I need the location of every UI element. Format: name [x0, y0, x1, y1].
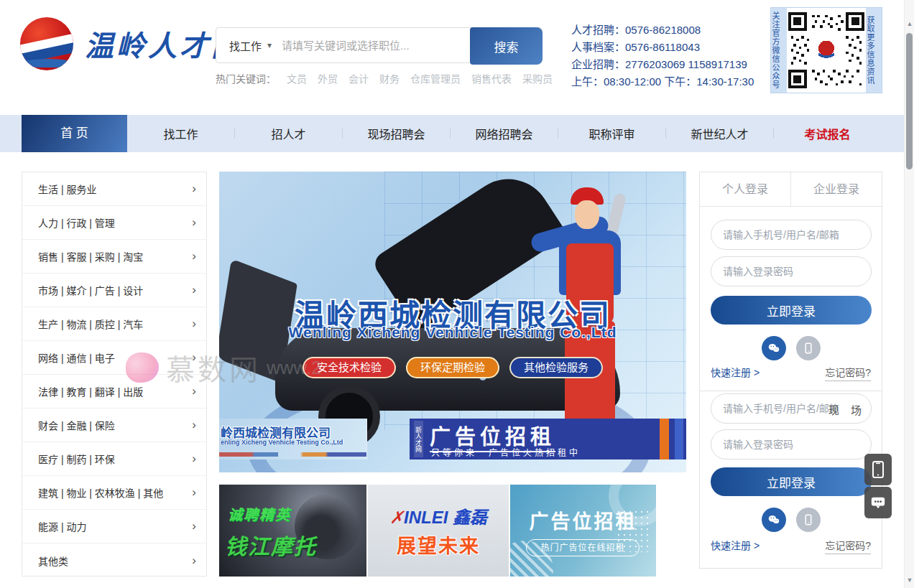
job-category-sidebar: 生活 | 服务业› 人力 | 行政 | 管理› 销售 | 客服 | 采购 | 淘… — [22, 172, 207, 577]
search-category-dropdown[interactable]: 找工作 ▾ — [216, 38, 282, 53]
chevron-right-icon: › — [192, 182, 196, 196]
wechat-qr-code — [787, 8, 866, 93]
sidebar-item-production[interactable]: 生产 | 物流 | 质控 | 汽车› — [22, 307, 206, 341]
carousel-thumb-company[interactable]: 岭西城检测有限公司 enling Xicheng Venhicle Testin… — [219, 419, 367, 459]
nav-item-online-fair[interactable]: 网络招聘会 — [451, 125, 558, 142]
sidebar-item-sales[interactable]: 销售 | 客服 | 采购 | 淘宝› — [22, 240, 206, 274]
mobile-login-icon[interactable] — [796, 336, 821, 360]
sidebar-item-construction[interactable]: 建筑 | 物业 | 农林牧渔 | 其他› — [22, 476, 206, 510]
login-button[interactable]: 立即登录 — [711, 467, 872, 496]
hot-keyword[interactable]: 会计 — [348, 71, 369, 85]
banner-xinlei[interactable]: ✗INLEI 鑫磊 展望未来 — [368, 485, 509, 577]
hot-keyword[interactable]: 销售代表 — [471, 71, 512, 85]
login-panel-primary: 个人登录 企业登录 立即登录 快速注册 > 忘记密码? — [699, 172, 882, 391]
sidebar-item-finance[interactable]: 财会 | 金融 | 保险› — [22, 409, 206, 442]
ad-vertical-tag: 新人才网 — [414, 421, 423, 457]
hot-keywords-label: 热门关键词： — [216, 71, 276, 85]
nav-item-home[interactable]: 首 页 — [22, 115, 127, 152]
chevron-right-icon: › — [192, 215, 196, 230]
mobile-app-button[interactable] — [864, 454, 892, 485]
wechat-login-icon[interactable] — [762, 336, 786, 360]
floating-toolbar — [864, 454, 892, 518]
sidebar-item-other[interactable]: 其他类› — [22, 543, 206, 577]
hot-keyword[interactable]: 仓库管理员 — [410, 71, 461, 85]
sidebar-item-network[interactable]: 网络 | 通信 | 电子› — [22, 341, 206, 375]
sidebar-item-life-service[interactable]: 生活 | 服务业› — [22, 172, 206, 206]
login-tabs: 个人登录 企业登录 — [700, 172, 882, 207]
hot-keywords-row: 热门关键词： 文员 外贸 会计 财务 仓库管理员 销售代表 采购员 — [216, 71, 553, 85]
wechat-login-icon[interactable] — [762, 508, 786, 532]
login-links: 快速注册 > 忘记密码? — [711, 365, 871, 381]
ad-subtitle: 只等你来 广告位火热招租中 — [431, 446, 581, 458]
main-carousel-banner[interactable]: 温岭西城检测有限公司 Wenling Xicheng Venhicle Test… — [219, 172, 686, 472]
nav-item-title-review[interactable]: 职称评审 — [558, 125, 665, 142]
chevron-right-icon: › — [192, 283, 196, 297]
banner-qianjiang-motor[interactable]: 诚聘精英 钱江摩托 — [219, 485, 366, 577]
hot-keyword[interactable]: 财务 — [379, 71, 400, 85]
site-logo[interactable]: 温岭人才网 — [20, 17, 243, 70]
chevron-right-icon: › — [192, 519, 196, 533]
forgot-password-link[interactable]: 忘记密码? — [825, 365, 871, 381]
scroll-down-arrow[interactable]: ▼ — [905, 577, 914, 584]
forgot-password-link[interactable]: 忘记密码? — [825, 538, 871, 554]
nav-item-recruit[interactable]: 招人才 — [235, 125, 342, 142]
chevron-right-icon: › — [192, 350, 196, 365]
username-input[interactable] — [711, 220, 872, 250]
page-scrollbar[interactable]: ▲ ▼ — [904, 0, 914, 588]
banner-company-subtitle: Wenling Xicheng Venhicle Testing Co.,Ltd — [219, 324, 686, 341]
scroll-up-arrow[interactable]: ▲ — [905, 20, 914, 27]
login-panel-secondary: 现 场 立即登录 快速注册 > 忘记密码? — [699, 391, 882, 569]
chevron-right-icon: › — [192, 554, 196, 568]
scrollbar-thumb[interactable] — [906, 33, 913, 169]
chevron-right-icon: › — [192, 249, 196, 263]
sidebar-item-medical[interactable]: 医疗 | 制药 | 环保› — [22, 442, 206, 476]
contact-line: 企业招聘：2776203069 1158917139 — [571, 56, 754, 73]
qr-right-label: 获取更多信息资讯 — [866, 8, 882, 93]
sidebar-item-marketing[interactable]: 市场 | 媒介 | 广告 | 设计› — [22, 274, 206, 307]
quick-register-link[interactable]: 快速注册 > — [711, 365, 760, 381]
password-input[interactable] — [711, 429, 872, 459]
hot-keyword[interactable]: 采购员 — [522, 71, 553, 85]
search-category-label: 找工作 — [229, 38, 262, 53]
contact-line: 上午：08:30-12:00 下午：14:30-17:30 — [571, 73, 754, 90]
xinlei-logo: ✗INLEI 鑫磊 — [368, 503, 509, 528]
sidebar-item-hr-admin[interactable]: 人力 | 行政 | 管理› — [22, 206, 206, 240]
hot-keyword[interactable]: 文员 — [287, 71, 307, 85]
nav-item-new-century[interactable]: 新世纪人才 — [666, 125, 773, 142]
message-feedback-button[interactable] — [864, 487, 892, 518]
main-nav: 首 页 找工作 招人才 现场招聘会 网络招聘会 职称评审 新世纪人才 考试报名 — [0, 115, 914, 152]
login-button[interactable]: 立即登录 — [711, 296, 872, 325]
nav-item-find-job[interactable]: 找工作 — [127, 125, 234, 142]
contact-line: 人才招聘：0576-86218008 — [571, 22, 754, 39]
chevron-right-icon: › — [192, 317, 196, 331]
mobile-login-icon[interactable] — [796, 508, 821, 532]
sidebar-item-law-edu[interactable]: 法律 | 教育 | 翻译 | 出版› — [22, 375, 206, 409]
carousel-thumb-ad[interactable]: 新人才网 广告位招租 只等你来 广告位火热招租中 — [410, 419, 686, 459]
badge-environmental-inspection: 环保定期检验 — [406, 357, 499, 378]
chevron-right-icon: › — [192, 384, 196, 398]
sidebar-item-energy[interactable]: 能源 | 动力› — [22, 510, 206, 543]
nav-item-onsite-fair[interactable]: 现场招聘会 — [343, 125, 450, 142]
password-input[interactable] — [711, 256, 872, 286]
wechat-qr-block: 关注官方微信公众号 — [770, 7, 882, 93]
chevron-right-icon: › — [192, 485, 196, 500]
banner-ad-space[interactable]: 广告位招租 热门广告位在线招租 — [510, 485, 656, 577]
badge-other-services: 其他检验服务 — [509, 357, 603, 378]
quick-register-link[interactable]: 快速注册 > — [711, 538, 760, 554]
header: 温岭人才网 找工作 ▾ 搜索 热门关键词： 文员 外贸 会计 财务 仓库管理员 … — [0, 0, 914, 111]
tab-personal-login[interactable]: 个人登录 — [700, 172, 790, 206]
sns-login-row — [700, 508, 882, 532]
chevron-down-icon: ▾ — [267, 40, 272, 50]
contact-info: 人才招聘：0576-86218008 人事档案：0576-86118043 企业… — [571, 22, 754, 90]
hot-keyword[interactable]: 外贸 — [318, 71, 338, 85]
nav-item-exam-signup[interactable]: 考试报名 — [774, 125, 881, 142]
badge-safety-inspection: 安全技术检验 — [303, 357, 396, 378]
page: 温岭人才网 找工作 ▾ 搜索 热门关键词： 文员 外贸 会计 财务 仓库管理员 … — [0, 0, 914, 588]
background-bleed-text: 现 场 — [828, 402, 866, 417]
tab-company-login[interactable]: 企业登录 — [790, 172, 882, 206]
chevron-right-icon: › — [192, 418, 196, 432]
sns-login-row — [700, 336, 882, 360]
banner-badges: 安全技术检验 环保定期检验 其他检验服务 — [219, 357, 686, 378]
qr-left-label: 关注官方微信公众号 — [771, 8, 787, 93]
search-button[interactable]: 搜索 — [470, 27, 543, 65]
